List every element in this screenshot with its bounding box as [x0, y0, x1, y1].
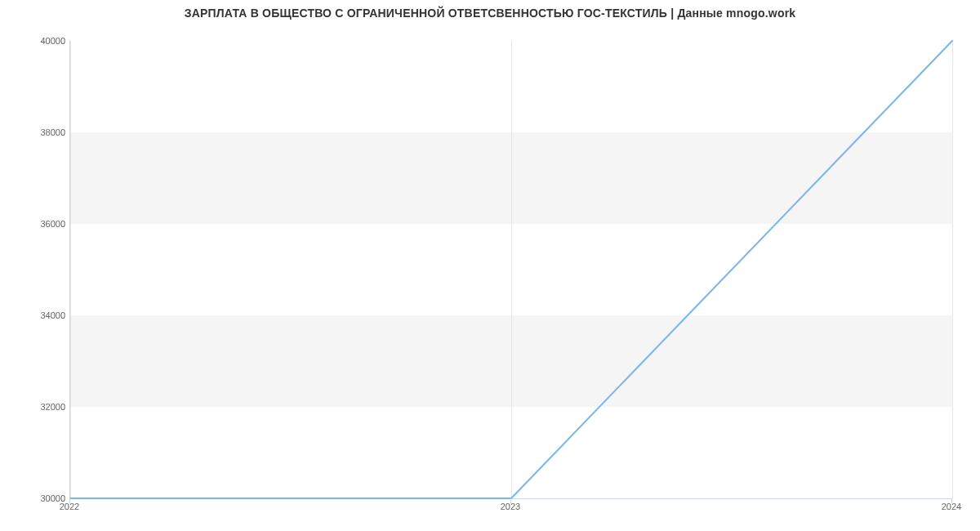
y-axis-tick-label: 32000: [16, 402, 65, 412]
y-axis-tick-label: 40000: [16, 36, 65, 46]
x-axis-tick-mark: [510, 498, 511, 503]
line-layer: [70, 41, 952, 498]
plot-area: [69, 41, 952, 499]
x-axis-tick-mark: [69, 498, 70, 503]
chart-title: ЗАРПЛАТА В ОБЩЕСТВО С ОГРАНИЧЕННОЙ ОТВЕТ…: [0, 7, 980, 20]
y-axis-tick-label: 38000: [16, 127, 65, 137]
x-gridline: [952, 41, 953, 498]
salary-line-chart: ЗАРПЛАТА В ОБЩЕСТВО С ОГРАНИЧЕННОЙ ОТВЕТ…: [0, 0, 980, 531]
y-axis-tick-label: 36000: [16, 219, 65, 229]
y-axis-tick-label: 34000: [16, 310, 65, 320]
series-line: [70, 41, 952, 498]
x-axis-tick-mark: [951, 498, 952, 503]
